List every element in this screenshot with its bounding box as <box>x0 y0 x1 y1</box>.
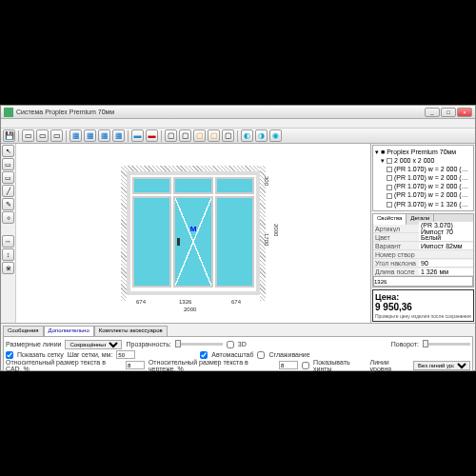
app-window: Система Proplex Premium 70мм _ □ × 💾 ▭ ▭… <box>0 105 476 371</box>
rel-draw-input[interactable] <box>279 361 298 369</box>
tab-properties[interactable]: Свойства <box>373 214 407 225</box>
tool-icon[interactable]: ◑ <box>255 129 268 142</box>
dim-icon[interactable]: ↕ <box>2 248 14 261</box>
tool-icon[interactable]: ▢ <box>193 129 206 142</box>
property-input[interactable] <box>373 276 473 287</box>
pane <box>215 177 254 194</box>
rotate-label: Поворот: <box>391 341 419 347</box>
cb-autoscale[interactable] <box>200 351 208 359</box>
pane <box>132 177 171 194</box>
tool-icon[interactable]: ▬ <box>131 129 144 142</box>
main-toolbar: 💾 ▭ ▭ ▭ ▦ ▦ ▦ ▦ ▬ ▬ ▢ ▢ ▢ ▢ ▢ ◐ ◑ ◉ <box>1 129 475 144</box>
app-icon <box>4 108 13 117</box>
pen-icon[interactable]: ✎ <box>2 198 14 210</box>
left-toolbar: ↖ ▭ ▭ ╱ ✎ ⟐ ↔ ↕ ※ <box>1 144 16 323</box>
tool-icon[interactable]: ※ <box>2 262 14 274</box>
drawing-canvas[interactable]: М 674 1326 674 2000 1700 300 2000 <box>16 144 370 323</box>
dimension: 674 <box>231 299 241 305</box>
dimension: 674 <box>136 299 146 305</box>
tool-icon[interactable]: ⟐ <box>2 211 14 224</box>
cb-hints[interactable] <box>302 362 309 369</box>
tool-icon[interactable]: ▢ <box>208 129 220 142</box>
dimension: 300 <box>264 176 269 186</box>
transparency-label: Прозрачность: <box>126 341 170 347</box>
dim-icon[interactable]: ↔ <box>2 235 14 248</box>
titlebar: Система Proplex Premium 70мм _ □ × <box>1 106 475 119</box>
tool-icon[interactable]: ▢ <box>222 129 234 142</box>
tool-icon[interactable]: ▭ <box>50 129 63 142</box>
right-panel: ▾ ■ Proplex Premium 70мм ▾ 2 000 x 2 000… <box>370 144 475 323</box>
tool-icon[interactable]: ▦ <box>112 129 125 142</box>
transparency-slider[interactable] <box>175 343 223 346</box>
cb-smooth[interactable] <box>257 351 265 359</box>
tab-accessories[interactable]: Комплекты аксессуаров <box>94 326 168 336</box>
window-frame: М <box>127 171 260 295</box>
tool-icon[interactable]: ▢ <box>179 129 191 142</box>
maximize-button[interactable]: □ <box>441 108 456 117</box>
pane <box>215 196 254 288</box>
bottom-panel: Сообщения Дополнительно Комплекты аксесс… <box>1 323 475 370</box>
dimension: 2000 <box>273 224 279 236</box>
sash-label: М <box>190 225 197 233</box>
rect-icon[interactable]: ▭ <box>2 171 14 184</box>
structure-tree[interactable]: ▾ ■ Proplex Premium 70мм ▾ 2 000 x 2 000… <box>372 145 474 211</box>
price-note: Проверьте цену изделия после сохранения <box>375 313 471 319</box>
rotate-slider[interactable] <box>423 343 470 346</box>
cb-grid[interactable] <box>6 351 13 359</box>
dim-lines-select[interactable]: Сокращённые <box>65 340 122 349</box>
close-button[interactable]: × <box>457 108 472 117</box>
tool-icon[interactable]: ◐ <box>241 129 253 142</box>
price-box: Цена: 9 950,36 Проверьте цену изделия по… <box>372 289 474 322</box>
menubar <box>1 119 475 129</box>
cursor-icon[interactable]: ↖ <box>2 145 14 157</box>
tool-icon[interactable]: ▦ <box>84 129 96 142</box>
handle-icon <box>177 238 180 246</box>
price-value: 9 950,36 <box>375 302 471 312</box>
dimension: 1326 <box>179 299 191 305</box>
active-pane: М <box>173 196 212 288</box>
minimize-button[interactable]: _ <box>425 108 440 117</box>
pane <box>173 177 212 194</box>
properties-panel: Свойства Детали Артикул(PR 3.070) Импост… <box>372 213 474 288</box>
window-title: Система Proplex Premium 70мм <box>16 109 425 115</box>
cb-3d[interactable] <box>227 341 234 348</box>
tool-icon[interactable]: ▬ <box>146 129 158 142</box>
dimension: 1700 <box>264 233 269 246</box>
tool-icon[interactable]: ▭ <box>36 129 49 142</box>
line-level-select[interactable]: Без линий уровня <box>413 361 470 370</box>
save-icon[interactable]: 💾 <box>3 129 15 142</box>
dimension: 2000 <box>184 307 196 312</box>
tool-icon[interactable]: ▦ <box>98 129 110 142</box>
tool-icon[interactable]: ▢ <box>165 129 177 142</box>
rect-icon[interactable]: ▭ <box>2 158 14 170</box>
tool-icon[interactable]: ▦ <box>69 129 82 142</box>
tab-messages[interactable]: Сообщения <box>3 326 44 336</box>
tab-additional[interactable]: Дополнительно <box>44 326 94 336</box>
dim-lines-label: Размерные линии <box>6 341 61 347</box>
price-label: Цена: <box>375 292 471 302</box>
line-icon[interactable]: ╱ <box>2 185 14 197</box>
tool-icon[interactable]: ◉ <box>269 129 282 142</box>
tool-icon[interactable]: ▭ <box>22 129 34 142</box>
pane <box>132 196 171 288</box>
rel-cad-input[interactable] <box>126 361 145 369</box>
